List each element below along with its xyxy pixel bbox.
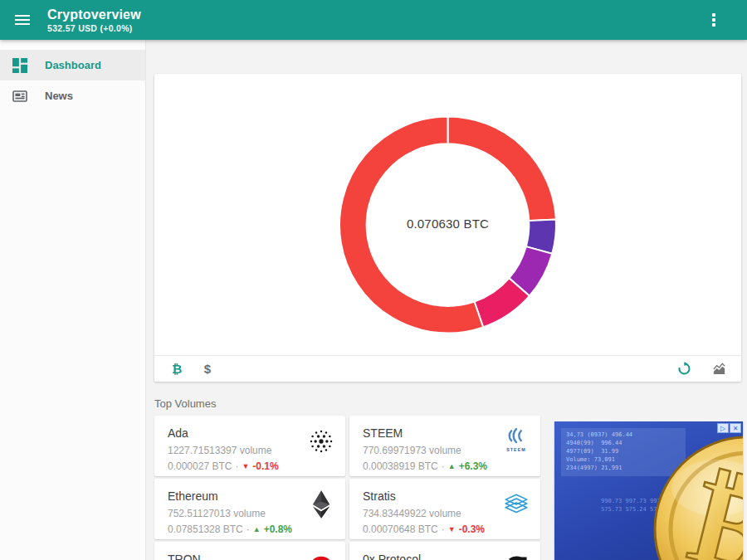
hamburger-menu-icon[interactable] (15, 10, 35, 30)
news-icon (12, 89, 27, 104)
portfolio-chart-card: 0.070630 BTC ₿ $ (154, 74, 741, 382)
volume-card[interactable]: TRON (154, 542, 345, 560)
volume-card[interactable]: Stratis 734.83449922 volume 0.00070648 B… (349, 479, 540, 539)
btc-currency-button[interactable]: ₿ (167, 359, 187, 379)
dashboard-icon (12, 58, 27, 73)
volume-card[interactable]: 0x Protocol (349, 542, 540, 560)
app-titles: Cryptoverview 532.57 USD (+0.0%) (47, 7, 141, 33)
coin-icon (503, 489, 530, 519)
volume-card[interactable]: STEEM 770.69971973 volume 0.00038919 BTC… (349, 416, 540, 476)
sidebar-item-label: News (45, 90, 73, 102)
coin-btc-value: 0.000027 BTC (168, 460, 232, 472)
donut-center-label: 0.070630 BTC (154, 217, 741, 231)
change-direction-icon: ▲ (448, 462, 456, 470)
volume-card[interactable]: Ada 1227.71513397 volume 0.000027 BTC · … (154, 416, 345, 476)
sidebar-nav: Dashboard News (0, 40, 146, 560)
refresh-button[interactable] (674, 359, 694, 379)
portfolio-value-summary: 532.57 USD (+0.0%) (47, 23, 141, 33)
area-chart-icon (712, 362, 726, 376)
refresh-icon (677, 362, 691, 376)
price-separator: · (442, 523, 445, 535)
portfolio-donut-chart[interactable]: 0.070630 BTC (154, 74, 741, 355)
adchoices-controls: ▷ ✕ (717, 423, 741, 433)
change-direction-icon: ▼ (448, 525, 456, 533)
sidebar-item-news[interactable]: News (0, 80, 145, 111)
app-title: Cryptoverview (47, 7, 141, 22)
coin-price-row: 0.07851328 BTC · ▲ +0.8% (168, 523, 332, 535)
coin-icon (308, 426, 334, 456)
donut-chart-svg (154, 74, 741, 355)
bitcoin-coin-graphic: ₿ (652, 435, 743, 560)
sidebar-item-label: Dashboard (45, 59, 101, 71)
overflow-menu-icon[interactable] (704, 10, 724, 30)
coin-change: -0.1% (252, 460, 278, 472)
usd-currency-button[interactable]: $ (198, 359, 217, 379)
coin-change: +6.3% (459, 460, 487, 472)
advertisement-banner[interactable]: 34,73 (0937) 496.44 4940(99) 996.44 4977… (554, 421, 743, 560)
coin-btc-value: 0.00070648 BTC (363, 523, 438, 535)
coin-change: +0.8% (264, 523, 292, 535)
coin-icon (308, 553, 334, 560)
change-direction-icon: ▼ (242, 462, 249, 470)
donut-segment[interactable] (448, 117, 556, 222)
coin-icon (503, 426, 530, 456)
coin-change: -0.3% (459, 523, 485, 535)
change-direction-icon: ▲ (253, 525, 261, 533)
chart-view-button[interactable] (709, 359, 729, 379)
coin-price-row: 0.000027 BTC · ▼ -0.1% (168, 460, 332, 472)
price-separator: · (247, 523, 250, 535)
coin-icon (503, 553, 530, 560)
coin-btc-value: 0.00038919 BTC (363, 460, 438, 472)
ad-close-icon[interactable]: ✕ (730, 423, 741, 433)
price-separator: · (235, 460, 238, 472)
top-volumes-section: Ada 1227.71513397 volume 0.000027 BTC · … (154, 416, 747, 560)
chart-toolbar: ₿ $ (154, 355, 741, 382)
coin-icon (308, 489, 334, 519)
ad-ticker-text: 34,73 (0937) 496.44 4940(99) 996.44 4977… (566, 431, 632, 472)
sidebar-item-dashboard[interactable]: Dashboard (0, 50, 145, 80)
price-separator: · (442, 460, 445, 472)
adchoices-icon[interactable]: ▷ (717, 423, 729, 433)
coin-price-row: 0.00070648 BTC · ▼ -0.3% (363, 523, 527, 535)
main-content: 0.070630 BTC ₿ $ (146, 40, 747, 560)
app-header: Cryptoverview 532.57 USD (+0.0%) (0, 0, 747, 40)
volume-card[interactable]: Ethereum 752.51127013 volume 0.07851328 … (154, 479, 345, 539)
top-volumes-title: Top Volumes (154, 397, 747, 410)
volume-cards-grid: Ada 1227.71513397 volume 0.000027 BTC · … (154, 416, 540, 560)
coin-price-row: 0.00038919 BTC · ▲ +6.3% (363, 460, 527, 472)
coin-btc-value: 0.07851328 BTC (168, 523, 243, 535)
